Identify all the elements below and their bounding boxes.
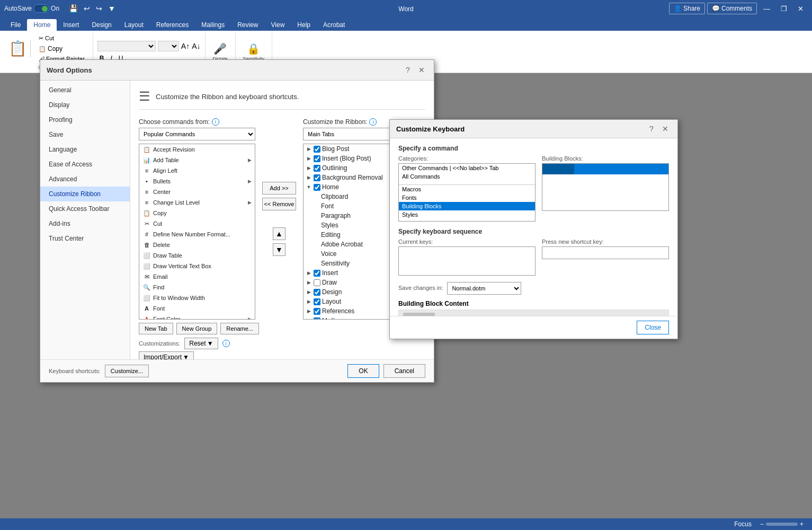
cmd-change-list-level[interactable]: ≡Change List Level ▶ (139, 197, 255, 208)
new-tab-button[interactable]: New Tab (139, 323, 173, 334)
kb-new-shortcut-input[interactable] (542, 246, 669, 259)
save-icon[interactable]: 💾 (67, 3, 80, 14)
commands-from-select[interactable]: Popular Commands (139, 128, 255, 140)
add-command-button[interactable]: Add >> (262, 182, 296, 195)
tree-check-blog[interactable] (314, 146, 320, 153)
move-down-button[interactable]: ▼ (273, 243, 285, 256)
dialog-help-button[interactable]: ? (402, 64, 414, 76)
tab-home[interactable]: Home (27, 19, 57, 31)
kb-close-button[interactable]: Close (637, 321, 669, 334)
sidebar-item-trust-center[interactable]: Trust Center (40, 231, 130, 246)
cmd-find[interactable]: 🔍Find (139, 282, 255, 293)
sidebar-item-general[interactable]: General (40, 83, 130, 98)
tree-toggle-draw[interactable]: ▶ (306, 279, 312, 286)
tree-toggle-bg[interactable]: ▶ (306, 174, 312, 181)
sidebar-item-addins[interactable]: Add-ins (40, 216, 130, 231)
kb-close-x-button[interactable]: ✕ (659, 123, 671, 135)
sidebar-item-display[interactable]: Display (40, 98, 130, 112)
customize-ribbon-info[interactable]: i (369, 118, 377, 126)
tab-mailings[interactable]: Mailings (195, 19, 231, 31)
kb-cat-building-blocks[interactable]: Building Blocks (399, 202, 535, 210)
keyboard-customize-button[interactable]: Customize... (105, 365, 149, 377)
tree-toggle-layout[interactable]: ▶ (306, 298, 312, 305)
kb-cat-styles[interactable]: Styles (399, 210, 535, 219)
tab-view[interactable]: View (265, 19, 291, 31)
cut-button[interactable]: ✂ Cut (35, 33, 88, 43)
tab-layout[interactable]: Layout (118, 19, 150, 31)
tree-check-bg[interactable] (314, 174, 320, 181)
kb-cat-fonts[interactable]: Fonts (399, 193, 535, 202)
sidebar-item-proofing[interactable]: Proofing (40, 112, 130, 127)
cmd-define-number[interactable]: #Define New Number Format... (139, 229, 255, 240)
tab-acrobat[interactable]: Acrobat (317, 19, 351, 31)
tab-insert[interactable]: Insert (57, 19, 85, 31)
more-qa-icon[interactable]: ▼ (106, 3, 118, 14)
tree-toggle-mailings[interactable]: ▶ (306, 317, 312, 320)
shrink-font-icon[interactable]: A↓ (192, 42, 200, 50)
kb-cat-other-commands[interactable]: Other Commands | <<No label>> Tab (399, 164, 535, 172)
tree-toggle-insert[interactable]: ▶ (306, 270, 312, 276)
tree-check-insert-blog[interactable] (314, 155, 320, 162)
cmd-fit-to-width[interactable]: ⬜Fit to Window Width (139, 293, 255, 303)
autosave-toggle[interactable] (33, 4, 49, 13)
grow-font-icon[interactable]: A↑ (181, 42, 190, 50)
font-size-select[interactable] (158, 41, 179, 51)
zoom-in-icon[interactable]: + (800, 520, 804, 528)
remove-command-button[interactable]: << Remove (262, 198, 296, 210)
customizations-info[interactable]: i (222, 340, 230, 347)
tree-check-references[interactable] (314, 308, 320, 315)
tree-toggle-references[interactable]: ▶ (306, 308, 312, 314)
tree-toggle-insert-blog[interactable]: ▶ (306, 155, 312, 162)
redo-icon[interactable]: ↪ (94, 3, 104, 14)
cmd-font[interactable]: AFont (139, 303, 255, 314)
cmd-accept-revision[interactable]: 📋Accept Revision (139, 144, 255, 155)
cmd-draw-table[interactable]: ⬜Draw Table (139, 250, 255, 261)
kb-cat-macros[interactable]: Macros (399, 185, 535, 193)
ok-button[interactable]: OK (347, 364, 379, 378)
paste-button[interactable]: 📋 (8, 40, 31, 57)
move-up-button[interactable]: ▲ (273, 227, 285, 240)
zoom-out-icon[interactable]: − (760, 520, 764, 528)
tab-help[interactable]: Help (291, 19, 317, 31)
tree-check-mailings[interactable] (314, 317, 320, 320)
choose-commands-info[interactable]: i (212, 118, 219, 126)
cmd-center[interactable]: ≡Center (139, 187, 255, 197)
sidebar-item-quick-access[interactable]: Quick Access Toolbar (40, 201, 130, 216)
reset-button[interactable]: Reset ▼ (184, 338, 218, 349)
tab-review[interactable]: Review (231, 19, 264, 31)
tree-check-home[interactable] (314, 184, 320, 191)
tree-check-draw[interactable] (314, 279, 320, 286)
sidebar-item-language[interactable]: Language (40, 142, 130, 157)
kb-current-keys-textarea[interactable] (398, 246, 536, 276)
cmd-draw-vtextbox[interactable]: ⬜Draw Vertical Text Box (139, 261, 255, 271)
restore-button[interactable]: ❐ (777, 3, 791, 15)
tree-check-design[interactable] (314, 289, 320, 296)
tree-check-insert[interactable] (314, 270, 320, 277)
rename-button[interactable]: Rename... (220, 323, 259, 334)
new-group-button[interactable]: New Group (176, 323, 218, 334)
tree-check-outlining[interactable] (314, 165, 320, 172)
tree-toggle-outlining[interactable]: ▶ (306, 165, 312, 171)
cmd-copy[interactable]: 📋Copy (139, 208, 255, 218)
kb-save-changes-select[interactable]: Normal.dotm (447, 282, 521, 295)
tree-toggle-design[interactable]: ▶ (306, 289, 312, 295)
tab-design[interactable]: Design (85, 19, 118, 31)
sidebar-item-ease[interactable]: Ease of Access (40, 157, 130, 172)
close-button[interactable]: ✕ (793, 3, 808, 15)
kb-help-button[interactable]: ? (646, 123, 657, 135)
zoom-controls[interactable]: − + (756, 520, 808, 528)
cmd-delete[interactable]: 🗑Delete (139, 240, 255, 250)
cmd-font-color[interactable]: AFont Color ▶ (139, 314, 255, 320)
minimize-button[interactable]: — (759, 3, 774, 15)
copy-button[interactable]: 📋 Copy (35, 43, 88, 54)
share-button[interactable]: 👤 Share (669, 3, 705, 14)
tab-references[interactable]: References (150, 19, 195, 31)
tree-check-layout[interactable] (314, 298, 320, 305)
sidebar-item-customize-ribbon[interactable]: Customize Ribbon (40, 187, 130, 201)
comments-button[interactable]: 💬 Comments (707, 3, 757, 14)
kb-cat-common-symbols[interactable]: Common Symbols (399, 219, 535, 222)
cmd-add-table[interactable]: 📊Add Table ▶ (139, 155, 255, 165)
kb-cat-all-commands[interactable]: All Commands (399, 172, 535, 181)
font-family-select[interactable] (97, 41, 156, 51)
tree-toggle-blog[interactable]: ▶ (306, 146, 312, 152)
